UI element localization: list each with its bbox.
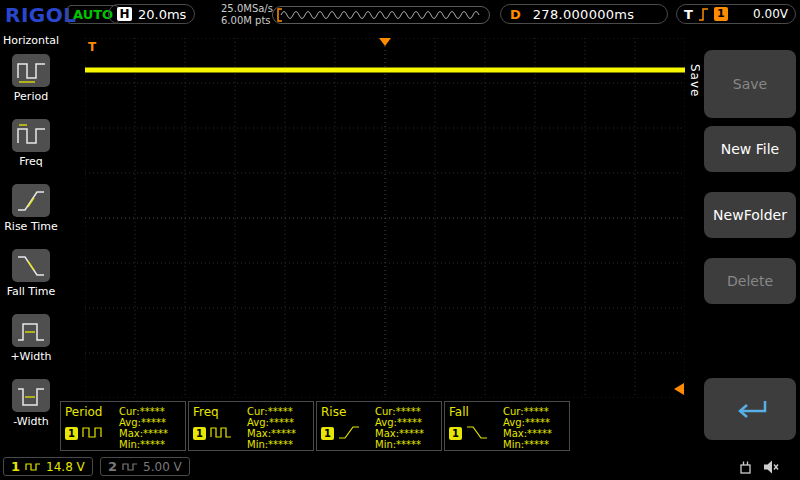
menu-item-minus-width[interactable]: -Width — [0, 374, 62, 439]
h-badge: H — [117, 7, 132, 21]
usb-icon — [737, 459, 754, 476]
channel2-coupling-icon — [122, 462, 138, 472]
measurement-title: Period — [65, 405, 119, 419]
measurement-panel-fall[interactable]: Fall 1 Cur:***** Avg:***** Max:***** Min… — [444, 401, 570, 451]
channel-badge: 1 — [449, 427, 462, 440]
memory-waveform-line — [281, 12, 479, 19]
measurement-avg: Avg:***** — [503, 417, 565, 428]
channel-badge: 1 — [193, 427, 206, 440]
measurement-title: Fall — [449, 405, 503, 419]
trigger-level-value: 0.00V — [753, 7, 788, 21]
left-menu-title: Horizontal — [0, 30, 62, 49]
menu-item-rise-time[interactable]: Rise Time — [0, 179, 62, 244]
fall-glyph-icon — [465, 424, 489, 440]
acquisition-info: 25.0MSa/s 6.00M pts — [221, 3, 273, 27]
measurement-min: Min:***** — [375, 439, 437, 450]
menu-item-label: Period — [14, 90, 48, 103]
measurement-panel-rise[interactable]: Rise 1 Cur:***** Avg:***** Max:***** Min… — [316, 401, 442, 451]
measurement-panel-freq[interactable]: Freq 1 Cur:***** Avg:***** Max:***** Min… — [188, 401, 314, 451]
period-glyph-icon — [81, 424, 105, 440]
right-menu: Save New File NewFolder Delete — [700, 30, 800, 455]
delay-label: D — [510, 7, 521, 22]
measurement-avg: Avg:***** — [375, 417, 437, 428]
menu-item-label: Rise Time — [4, 220, 58, 233]
timebase-value: 20.0ms — [138, 7, 186, 22]
rise-glyph-icon — [337, 424, 361, 440]
measurement-min: Min:***** — [247, 439, 309, 450]
new-file-button[interactable]: New File — [704, 126, 796, 172]
new-folder-button[interactable]: NewFolder — [704, 192, 796, 238]
measurement-max: Max:***** — [375, 428, 437, 439]
measurement-title: Freq — [193, 405, 247, 419]
measurement-avg: Avg:***** — [119, 417, 181, 428]
left-menu: Horizontal Period Freq — [0, 30, 62, 455]
memory-position-preview — [272, 6, 490, 24]
menu-item-label: Freq — [19, 155, 43, 168]
rise-time-icon — [12, 184, 50, 217]
menu-item-period[interactable]: Period — [0, 49, 62, 114]
trigger-position-marker[interactable] — [379, 38, 391, 46]
menu-item-freq[interactable]: Freq — [0, 114, 62, 179]
plus-width-icon — [12, 314, 50, 347]
graticule-grid: T — [85, 38, 685, 398]
measurement-panels: Period 1 Cur:***** Avg:***** Max:***** M… — [60, 401, 570, 451]
trigger-channel-badge: 1 — [714, 7, 728, 21]
back-button[interactable] — [704, 378, 796, 440]
channel-badge: 1 — [321, 427, 334, 440]
channel1-scale: 14.8 V — [46, 460, 85, 474]
measurement-title: Rise — [321, 405, 375, 419]
menu-item-fall-time[interactable]: Fall Time — [0, 244, 62, 309]
trigger-label: T — [684, 7, 693, 22]
trigger-offscreen-marker: T — [88, 40, 97, 54]
bottom-bar: 1 14.8 V 2 5.00 V — [0, 455, 800, 480]
menu-item-label: -Width — [13, 415, 48, 428]
freq-icon — [12, 119, 50, 152]
measurement-panel-period[interactable]: Period 1 Cur:***** Avg:***** Max:***** M… — [60, 401, 186, 451]
memory-depth: 6.00M pts — [221, 15, 273, 27]
graticule: T — [85, 38, 685, 398]
measurement-min: Min:***** — [503, 439, 565, 450]
menu-item-label: Fall Time — [7, 285, 56, 298]
rigol-logo: RIGOL — [5, 3, 77, 27]
menu-item-plus-width[interactable]: +Width — [0, 309, 62, 374]
measurement-cur: Cur:***** — [375, 406, 437, 417]
measurement-values: Cur:***** Avg:***** Max:***** Min:***** — [247, 405, 309, 447]
measurement-cur: Cur:***** — [119, 406, 181, 417]
top-bar: RIGOL AUTO H 20.0ms 25.0MSa/s 6.00M pts … — [0, 0, 800, 30]
trigger-group: T 1 0.00V — [676, 4, 796, 24]
horizontal-timebase-group: H 20.0ms — [108, 4, 195, 24]
channel1-coupling-icon — [25, 462, 41, 472]
delay-value: 278.000000ms — [533, 7, 635, 22]
delay-group: D 278.000000ms — [500, 4, 668, 24]
measurement-values: Cur:***** Avg:***** Max:***** Min:***** — [375, 405, 437, 447]
grid-lines — [85, 38, 685, 398]
freq-glyph-icon — [209, 424, 233, 440]
measurement-values: Cur:***** Avg:***** Max:***** Min:***** — [503, 405, 565, 447]
period-icon — [12, 54, 50, 87]
channel-badge: 1 — [65, 427, 78, 440]
measurement-max: Max:***** — [119, 428, 181, 439]
channel1-number: 1 — [11, 459, 20, 474]
measurement-cur: Cur:***** — [503, 406, 565, 417]
measurement-cur: Cur:***** — [247, 406, 309, 417]
measurement-avg: Avg:***** — [247, 417, 309, 428]
sample-rate: 25.0MSa/s — [221, 3, 273, 15]
fall-time-icon — [12, 249, 50, 282]
speaker-mute-icon[interactable] — [762, 458, 780, 476]
trigger-edge-icon — [698, 7, 709, 22]
measurement-values: Cur:***** Avg:***** Max:***** Min:***** — [119, 405, 181, 447]
save-button[interactable]: Save — [704, 50, 796, 118]
measurement-min: Min:***** — [119, 439, 181, 450]
delete-button[interactable]: Delete — [704, 258, 796, 304]
oscilloscope-screen: RIGOL AUTO H 20.0ms 25.0MSa/s 6.00M pts … — [0, 0, 800, 480]
channel2-status[interactable]: 2 5.00 V — [100, 457, 190, 476]
menu-item-label: +Width — [10, 350, 51, 363]
measurement-max: Max:***** — [247, 428, 309, 439]
return-arrow-icon — [729, 397, 771, 421]
channel2-scale: 5.00 V — [143, 460, 182, 474]
trigger-level-marker[interactable] — [674, 383, 684, 395]
channel2-number: 2 — [108, 459, 117, 474]
channel1-status[interactable]: 1 14.8 V — [3, 457, 93, 476]
measurement-max: Max:***** — [503, 428, 565, 439]
memory-waveform-icon — [273, 7, 489, 23]
